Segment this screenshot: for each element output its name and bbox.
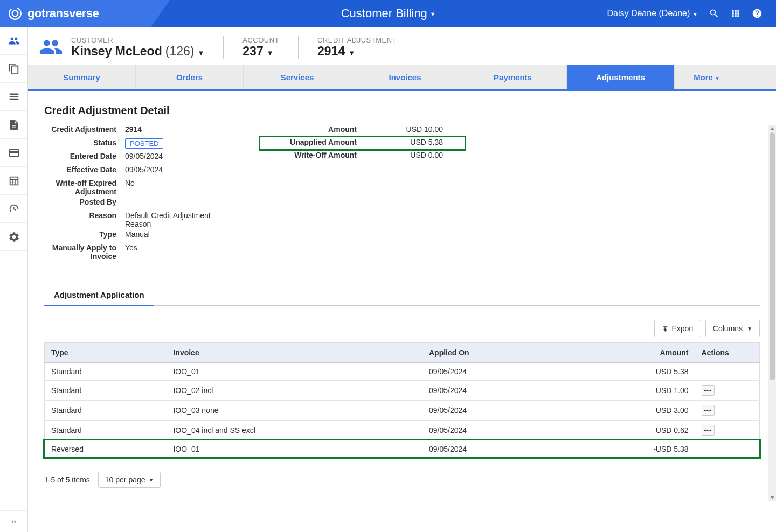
scroll-down-icon[interactable] xyxy=(770,495,775,500)
export-button[interactable]: Export xyxy=(654,320,701,337)
per-page-select[interactable]: 10 per page▼ xyxy=(98,472,161,488)
sidebar-calculator-icon[interactable] xyxy=(0,167,27,195)
sidebar-document-icon[interactable] xyxy=(0,111,27,139)
logo-icon xyxy=(8,6,22,20)
sidebar-copy-icon[interactable] xyxy=(0,55,27,83)
detail-row: Credit Adjustment2914 xyxy=(50,125,233,137)
table-row: StandardIOO_04 incl and SS excl09/05/202… xyxy=(45,421,760,440)
top-header: gotransverse Customer Billing▼ Daisy Dea… xyxy=(0,0,776,27)
col-amount[interactable]: Amount xyxy=(565,343,695,363)
scroll-thumb[interactable] xyxy=(770,132,775,380)
brand-area[interactable]: gotransverse xyxy=(0,0,151,27)
detail-value: Default Credit Adjustment Reason xyxy=(125,211,233,228)
detail-label: Entered Date xyxy=(50,152,125,160)
sidebar-card-icon[interactable] xyxy=(0,139,27,167)
breadcrumb-adjustment-label: CREDIT ADJUSTMENT xyxy=(317,36,397,44)
breadcrumb-customer-label: CUSTOMER xyxy=(71,36,204,44)
amount-label: Unapplied Amount xyxy=(271,138,362,149)
caret-down-icon: ▼ xyxy=(348,49,355,57)
detail-row: Posted By xyxy=(50,198,233,209)
cell-amount: USD 1.00 xyxy=(565,381,695,401)
row-actions-button[interactable]: ••• xyxy=(702,385,715,396)
cell-applied_on: 09/05/2024 xyxy=(422,363,565,381)
cell-applied_on: 09/05/2024 xyxy=(422,440,565,458)
sub-tab-adjustment-application[interactable]: Adjustment Application xyxy=(44,285,154,306)
help-icon[interactable] xyxy=(752,8,763,19)
tab-orders[interactable]: Orders xyxy=(136,65,244,89)
search-icon[interactable] xyxy=(709,8,719,19)
cell-amount: USD 5.38 xyxy=(565,363,695,381)
tab-payments[interactable]: Payments xyxy=(459,65,567,89)
app-title: Customer Billing xyxy=(341,6,427,20)
detail-row: TypeManual xyxy=(50,230,233,242)
detail-value: POSTED xyxy=(125,138,163,149)
cell-applied_on: 09/05/2024 xyxy=(422,401,565,421)
detail-value: Manual xyxy=(125,230,150,239)
row-actions-button[interactable]: ••• xyxy=(702,425,715,436)
tab-more[interactable]: More▼ xyxy=(675,65,739,89)
amount-row: Write-Off AmountUSD 0.00 xyxy=(271,151,443,162)
tab-invoices[interactable]: Invoices xyxy=(351,65,459,89)
breadcrumb-account-value[interactable]: 237 ▼ xyxy=(242,44,279,59)
detail-value: 09/05/2024 xyxy=(125,152,163,160)
columns-button[interactable]: Columns▼ xyxy=(705,320,760,337)
cell-type: Standard xyxy=(45,363,167,381)
tab-bar: Summary Orders Services Invoices Payment… xyxy=(28,65,776,91)
cell-amount: -USD 5.38 xyxy=(565,440,695,458)
svg-point-0 xyxy=(9,8,21,19)
detail-label: Type xyxy=(50,230,125,239)
app-title-dropdown[interactable]: Customer Billing▼ xyxy=(151,6,593,20)
detail-label: Posted By xyxy=(50,198,125,206)
breadcrumb-adjustment-value[interactable]: 2914 ▼ xyxy=(317,44,397,59)
amount-value: USD 0.00 xyxy=(362,151,443,162)
detail-row: Entered Date09/05/2024 xyxy=(50,152,233,164)
divider xyxy=(223,36,224,59)
cell-amount: USD 3.00 xyxy=(565,401,695,421)
main: CUSTOMER Kinsey McLeod (126) ▼ ACCOUNT 2… xyxy=(28,27,776,501)
col-invoice[interactable]: Invoice xyxy=(167,343,422,363)
cell-actions: ••• xyxy=(695,401,760,421)
sidebar-settings-icon[interactable] xyxy=(0,223,27,251)
row-actions-button[interactable]: ••• xyxy=(702,405,715,416)
table-row: StandardIOO_0109/05/2024USD 5.38 xyxy=(45,363,760,381)
scroll-up-icon[interactable] xyxy=(770,126,775,131)
cell-invoice: IOO_01 xyxy=(167,440,422,458)
user-menu[interactable]: Daisy Deane (Deane) ▼ xyxy=(607,9,698,18)
sidebar-customers-icon[interactable] xyxy=(0,27,27,55)
scrollbar[interactable] xyxy=(768,125,776,501)
caret-down-icon: ▼ xyxy=(747,326,752,332)
table-row: StandardIOO_03 none09/05/2024USD 3.00••• xyxy=(45,401,760,421)
table-toolbar: Export Columns▼ xyxy=(44,320,760,337)
cell-applied_on: 09/05/2024 xyxy=(422,421,565,440)
cell-actions xyxy=(695,440,760,458)
tab-summary[interactable]: Summary xyxy=(28,65,136,89)
left-sidebar xyxy=(0,27,28,501)
amount-value: USD 5.38 xyxy=(362,138,443,149)
cell-applied_on: 09/05/2024 xyxy=(422,381,565,401)
detail-right-col: AmountUSD 10.00Unapplied AmountUSD 5.38W… xyxy=(271,125,443,261)
sidebar-dashboard-icon[interactable] xyxy=(0,195,27,223)
cell-type: Standard xyxy=(45,381,167,401)
cell-actions: ••• xyxy=(695,421,760,440)
detail-row: Effective Date09/05/2024 xyxy=(50,165,233,177)
breadcrumb-customer: CUSTOMER Kinsey McLeod (126) ▼ xyxy=(39,35,204,59)
sidebar-stack-icon[interactable] xyxy=(0,83,27,111)
download-icon xyxy=(662,325,669,332)
amount-label: Amount xyxy=(271,125,362,136)
col-type[interactable]: Type xyxy=(45,343,167,363)
cell-type: Reversed xyxy=(45,440,167,458)
detail-label: Effective Date xyxy=(50,165,125,174)
tab-services[interactable]: Services xyxy=(244,65,351,89)
cell-invoice: IOO_04 incl and SS excl xyxy=(167,421,422,440)
detail-value: Yes xyxy=(125,243,137,252)
detail-value: No xyxy=(125,179,135,187)
apps-grid-icon[interactable] xyxy=(730,8,741,19)
content-area: Credit Adjustment Detail Credit Adjustme… xyxy=(28,91,776,501)
tab-adjustments[interactable]: Adjustments xyxy=(567,65,675,89)
detail-row: Write-off Expired AdjustmentNo xyxy=(50,179,233,196)
detail-label: Write-off Expired Adjustment xyxy=(50,179,125,196)
section-title: Credit Adjustment Detail xyxy=(44,104,760,117)
col-applied-on[interactable]: Applied On xyxy=(422,343,565,363)
breadcrumb-customer-value[interactable]: Kinsey McLeod (126) ▼ xyxy=(71,44,204,59)
amount-row: Unapplied AmountUSD 5.38 xyxy=(271,138,443,149)
